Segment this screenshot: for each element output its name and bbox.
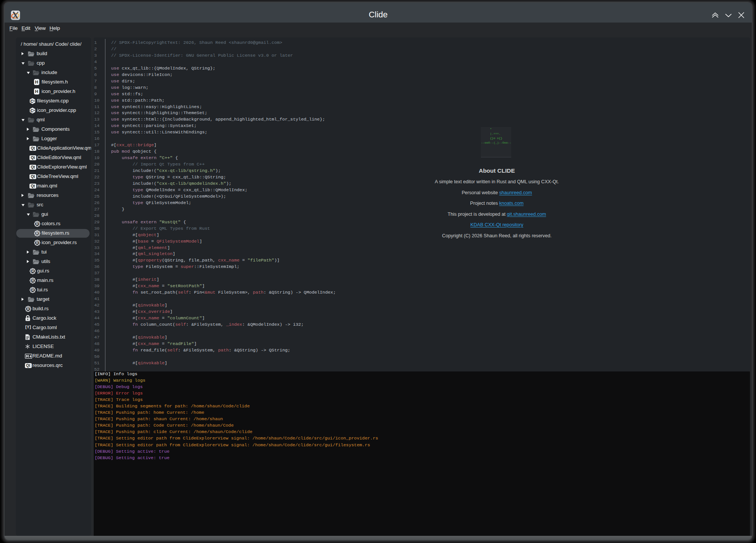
svg-text:R: R: [36, 231, 39, 235]
svg-text:R: R: [31, 288, 34, 292]
svg-text:R: R: [31, 269, 34, 273]
svg-text:R: R: [26, 307, 29, 311]
svg-text:R: R: [36, 222, 39, 226]
svg-text:R: R: [36, 241, 39, 245]
svg-text:C: C: [30, 108, 33, 113]
svg-text:C: C: [30, 99, 33, 104]
svg-text:R: R: [31, 278, 34, 283]
